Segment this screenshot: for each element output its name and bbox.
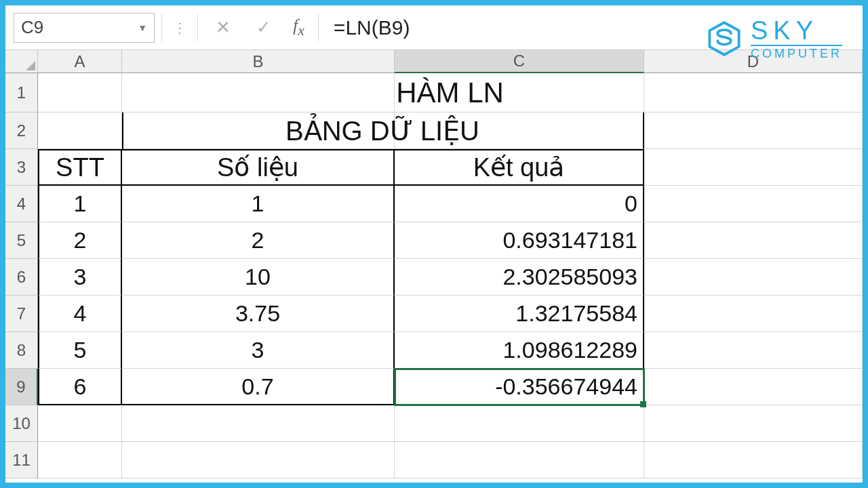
column-header-A[interactable]: A	[38, 50, 122, 73]
cell-C11[interactable]	[395, 442, 644, 479]
cell-C10[interactable]	[395, 405, 644, 442]
cell-A7[interactable]: 4	[38, 296, 122, 332]
cell-C6[interactable]: 2.302585093	[395, 259, 644, 296]
cell-A10[interactable]	[38, 405, 122, 442]
logo-text-computer: COMPUTER	[751, 47, 842, 60]
logo-mark-icon	[706, 20, 743, 57]
cell-D3[interactable]	[644, 149, 863, 186]
divider	[318, 14, 319, 41]
formula-input[interactable]: =LN(B9)	[326, 13, 610, 43]
column-header-B[interactable]: B	[122, 50, 395, 73]
cell-D8[interactable]	[644, 332, 863, 369]
logo-divider	[751, 45, 842, 46]
cell-A3[interactable]: STT	[38, 149, 122, 186]
row-header-10[interactable]: 10	[5, 405, 38, 442]
cell-B7[interactable]: 3.75	[122, 296, 395, 332]
spreadsheet-grid: ABCD 1234567891011 HÀM LNBẢNG DỮ LIỆUSTT…	[5, 50, 863, 483]
row-header-11[interactable]: 11	[5, 442, 38, 479]
name-box[interactable]: C9 ▼	[14, 13, 155, 43]
cell-B10[interactable]	[122, 405, 395, 442]
cell-B4[interactable]: 1	[122, 186, 395, 222]
row-headers: 1234567891011	[5, 73, 38, 483]
cell-C8[interactable]: 1.098612289	[395, 332, 644, 369]
cell-A5[interactable]: 2	[38, 222, 122, 259]
cell-B11[interactable]	[122, 442, 395, 479]
divider	[197, 14, 198, 41]
row-header-3[interactable]: 3	[5, 149, 38, 186]
row-header-7[interactable]: 7	[5, 296, 38, 332]
cell-A8[interactable]: 5	[38, 332, 122, 369]
fill-handle[interactable]	[640, 401, 646, 407]
cell-A9[interactable]: 6	[38, 369, 122, 405]
cell-C9[interactable]: -0.356674944	[395, 369, 644, 405]
cell-A11[interactable]	[38, 442, 122, 479]
enter-check-icon[interactable]: ✓	[245, 14, 282, 41]
brand-logo: SKY COMPUTER	[706, 18, 842, 60]
cell-D5[interactable]	[644, 222, 863, 259]
chevron-down-icon[interactable]: ▼	[138, 22, 147, 33]
cell-D9[interactable]	[644, 369, 863, 405]
cells-area[interactable]: HÀM LNBẢNG DỮ LIỆUSTTSố liệuKết quả11022…	[38, 73, 863, 483]
row-header-6[interactable]: 6	[5, 259, 38, 296]
title-ham-ln: HÀM LN	[38, 73, 863, 113]
row-header-4[interactable]: 4	[5, 186, 38, 222]
cell-C3[interactable]: Kết quả	[395, 149, 644, 186]
select-all-corner[interactable]	[5, 50, 38, 73]
row-header-9[interactable]: 9	[5, 369, 38, 405]
row-header-2[interactable]: 2	[5, 113, 38, 149]
cell-C7[interactable]: 1.32175584	[395, 296, 644, 332]
cell-D2[interactable]	[644, 113, 863, 149]
column-header-C[interactable]: C	[395, 50, 644, 73]
cancel-icon[interactable]: ✕	[205, 14, 241, 41]
name-box-value: C9	[21, 17, 43, 38]
cell-D10[interactable]	[644, 405, 863, 442]
svg-marker-0	[709, 22, 738, 55]
cell-B6[interactable]: 10	[122, 259, 395, 296]
fx-icon[interactable]: fx	[286, 16, 311, 39]
cell-C5[interactable]: 0.693147181	[395, 222, 644, 259]
row-header-5[interactable]: 5	[5, 222, 38, 259]
divider	[161, 14, 162, 41]
row-header-1[interactable]: 1	[5, 73, 38, 113]
cell-A6[interactable]: 3	[38, 259, 122, 296]
cell-D11[interactable]	[644, 442, 863, 479]
cell-B5[interactable]: 2	[122, 222, 395, 259]
cell-D7[interactable]	[644, 296, 863, 332]
formula-text: =LN(B9)	[334, 16, 410, 39]
row-header-8[interactable]: 8	[5, 332, 38, 369]
title-bang-du-lieu: BẢNG DỮ LIỆU	[122, 113, 644, 149]
cell-A4[interactable]: 1	[38, 186, 122, 222]
cell-D4[interactable]	[644, 186, 863, 222]
cell-B8[interactable]: 3	[122, 332, 395, 369]
cell-A2[interactable]	[38, 113, 122, 149]
cell-D6[interactable]	[644, 259, 863, 296]
logo-text-sky: SKY	[751, 18, 842, 43]
cell-C4[interactable]: 0	[395, 186, 644, 222]
more-icon[interactable]: ⋮	[169, 20, 191, 36]
cell-B9[interactable]: 0.7	[122, 369, 395, 405]
excel-window: C9 ▼ ⋮ ✕ ✓ fx =LN(B9) SKY COMPUTER ABCD …	[5, 5, 863, 483]
cell-B3[interactable]: Số liệu	[122, 149, 395, 186]
